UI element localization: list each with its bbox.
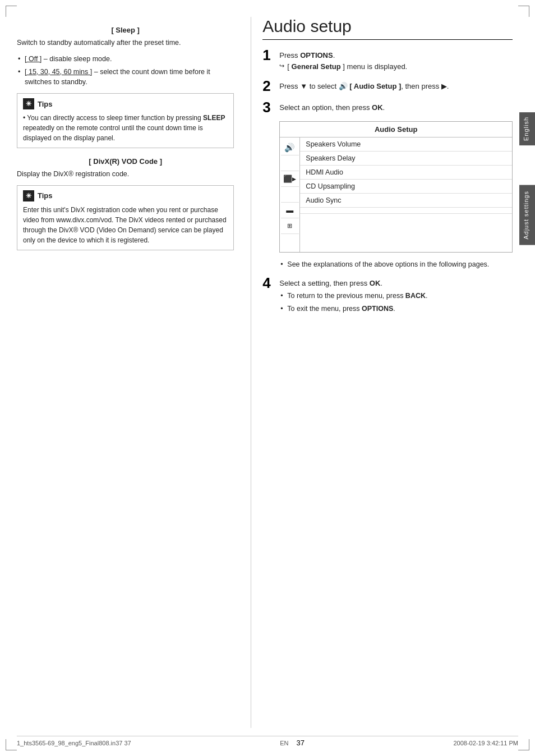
tips-box-1: ✳ Tips • You can directly access to slee… (17, 93, 234, 148)
divx-desc: Display the DivX® registration code. (17, 169, 234, 180)
step-2-audio-bold: [ Audio Setup ] (349, 82, 401, 90)
audio-row-cd-upsampling: CD Upsampling (300, 180, 512, 194)
audio-table-icons-col: 🔊 ⬛▶ ▬ ⊞ (280, 138, 300, 252)
step-4-bullet-1: To return to the previous menu, press BA… (279, 291, 513, 301)
audio-row-speakers-volume: Speakers Volume (300, 138, 512, 152)
tips-label-2: Tips (38, 191, 53, 200)
left-column: [ Sleep ] Switch to standby automaticall… (17, 17, 239, 728)
step-1-content: Press OPTIONS. [ General Setup ] menu is… (279, 48, 513, 72)
bottom-center: EN 37 (280, 739, 305, 747)
icon-cell-speakers2 (281, 155, 299, 171)
corner-mark-tl (6, 6, 17, 17)
step-4-bullets: To return to the previous menu, press BA… (279, 291, 513, 314)
step-3-num: 3 (262, 100, 275, 114)
grid-icon: ⊞ (287, 222, 292, 230)
step-1: 1 Press OPTIONS. [ General Setup ] menu … (262, 48, 513, 72)
bottom-left-text: 1_hts3565-69_98_eng5_Final808.in37 37 (17, 740, 131, 746)
tips-box-2: ✳ Tips Enter this unit's DivX registrati… (17, 185, 234, 250)
page-content: [ Sleep ] Switch to standby automaticall… (17, 17, 513, 728)
side-label-adjust: Adjust settings (519, 185, 535, 245)
step-1-options-bold: OPTIONS (300, 51, 333, 59)
audio-table-rows-col: Speakers Volume Speakers Delay HDMI Audi… (300, 138, 512, 252)
right-column: Audio setup 1 Press OPTIONS. [ General S… (251, 17, 513, 728)
step-1-indent: [ General Setup ] menu is displayed. (279, 61, 513, 72)
step-2-num: 2 (262, 79, 275, 93)
step-1-num: 1 (262, 48, 275, 62)
step-1-text: Press OPTIONS. (279, 50, 513, 61)
step-4-num: 4 (262, 276, 275, 290)
step-3-content: Select an option, then press OK. (279, 100, 513, 113)
page-number: 37 (296, 739, 304, 747)
sleep-off-text: – disable sleep mode. (44, 55, 112, 63)
audio-row-empty-1 (300, 208, 512, 214)
tips-text-1: • You can directly access to sleep timer… (23, 113, 228, 143)
tips-star-icon-1: ✳ (23, 98, 34, 109)
step-3-ok-bold: OK (372, 103, 383, 112)
side-label-english: English (519, 112, 535, 145)
sleep-desc: Switch to standby automatically after th… (17, 38, 234, 48)
sleep-mins-underline: [ 15, 30, 45, 60 mins ] (25, 68, 92, 76)
step-4-options-bold: OPTIONS (362, 305, 393, 313)
tips-header-1: ✳ Tips (23, 98, 228, 109)
step-4-ok-bold: OK (370, 279, 381, 287)
table-note-bullets: See the explanations of the above option… (279, 259, 513, 270)
sleep-bold: SLEEP (203, 114, 225, 122)
audio-row-speakers-delay: Speakers Delay (300, 152, 512, 166)
step-2: 2 Press ▼ to select 🔊 [ Audio Setup ], t… (262, 79, 513, 93)
corner-mark-tr (518, 6, 529, 17)
audio-row-audio-sync: Audio Sync (300, 194, 512, 208)
divx-title: [ DivX(R) VOD Code ] (17, 157, 234, 166)
speakers-icon: 🔊 (284, 143, 295, 153)
audio-setup-table: Audio Setup 🔊 ⬛▶ (279, 121, 513, 253)
step-2-icon: 🔊 (339, 82, 348, 90)
step-1-bracket-open: [ (287, 62, 291, 71)
tips-label-1: Tips (38, 100, 53, 108)
audio-table-body: 🔊 ⬛▶ ▬ ⊞ (280, 138, 512, 252)
step-4-content: Select a setting, then press OK. To retu… (279, 276, 513, 317)
step-4-bullet-2: To exit the menu, press OPTIONS. (279, 304, 513, 314)
sleep-bullet-1: [ Off ] – disable sleep mode. (17, 54, 234, 65)
corner-mark-br (518, 739, 529, 750)
bottom-right-text: 2008-02-19 3:42:11 PM (453, 740, 518, 746)
step-4: 4 Select a setting, then press OK. To re… (262, 276, 513, 317)
audio-row-empty-2 (300, 214, 512, 219)
corner-mark-bl (6, 739, 17, 750)
sleep-title: [ Sleep ] (17, 26, 234, 34)
icon-cell-speakers: 🔊 (281, 140, 299, 155)
icon-cell-cd (281, 187, 299, 203)
sleep-bullets: [ Off ] – disable sleep mode. [ 15, 30, … (17, 54, 234, 88)
cd-icon: ▬ (286, 206, 293, 214)
audio-row-hdmi-audio: HDMI Audio (300, 166, 512, 180)
sleep-off-underline: [ Off ] (25, 55, 41, 63)
step-3: 3 Select an option, then press OK. (262, 100, 513, 114)
audio-table-header: Audio Setup (280, 122, 512, 138)
audio-setup-heading: Audio setup (262, 17, 513, 40)
sleep-bullet-2: [ 15, 30, 45, 60 mins ] – select the cou… (17, 67, 234, 88)
tips-star-icon-2: ✳ (23, 190, 34, 201)
table-note-bullet: See the explanations of the above option… (279, 259, 513, 270)
bottom-bar: 1_hts3565-69_98_eng5_Final808.in37 37 EN… (17, 736, 518, 747)
en-label: EN (280, 740, 288, 746)
step-1-bracket-close: ] (341, 62, 345, 71)
icon-cell-audiosync: ▬ (281, 203, 299, 218)
icon-cell-grid2 (281, 234, 299, 250)
step-2-content: Press ▼ to select 🔊 [ Audio Setup ], the… (279, 79, 513, 92)
step-1-general-bold: General Setup (292, 62, 341, 71)
tips-header-2: ✳ Tips (23, 190, 228, 201)
icon-cell-hdmi: ⬛▶ (281, 171, 299, 187)
icon-cell-grid1: ⊞ (281, 218, 299, 234)
hdmi-icon: ⬛▶ (283, 175, 296, 182)
tips-text-2: Enter this unit's DivX registration code… (23, 205, 228, 245)
step-4-back-bold: BACK (405, 292, 426, 300)
